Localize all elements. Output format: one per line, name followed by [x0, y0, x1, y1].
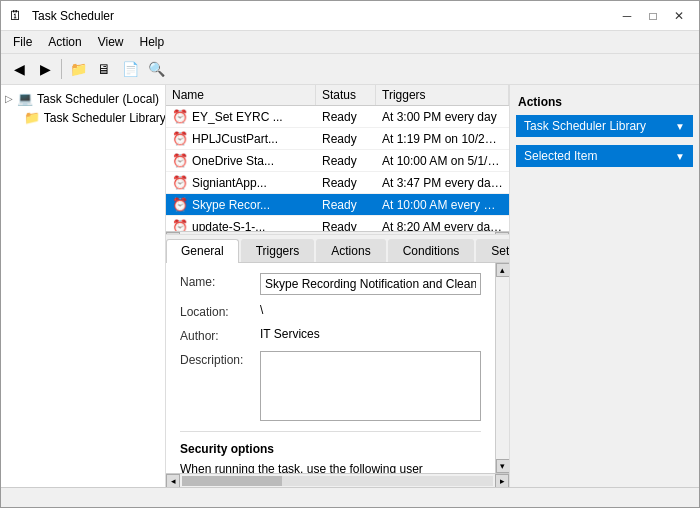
tree-item-local[interactable]: ▷ 💻 Task Scheduler (Local)	[1, 89, 165, 108]
table-row[interactable]: ⏰ HPLJCustPart... Ready At 1:19 PM on 10…	[166, 128, 509, 150]
task-icon-1: ⏰	[172, 109, 188, 124]
location-value: \	[260, 303, 481, 317]
table-row[interactable]: ⏰ OneDrive Sta... Ready At 10:00 AM on 5…	[166, 150, 509, 172]
task-icon-3: ⏰	[172, 153, 188, 168]
detail-vscrollbar[interactable]: ▴ ▾	[495, 263, 509, 473]
detail-name-row: Name:	[180, 273, 481, 295]
toolbar-search-button[interactable]: 🔍	[144, 57, 168, 81]
task-triggers-5: At 10:00 AM every Monday of ever	[376, 197, 509, 213]
selected-item-label: Selected Item	[524, 149, 597, 163]
header-triggers: Triggers	[376, 85, 509, 105]
task-name-3: ⏰ OneDrive Sta...	[166, 152, 316, 169]
task-triggers-4: At 3:47 PM every day - After trigger	[376, 175, 509, 191]
menu-item-file[interactable]: File	[5, 33, 40, 51]
main-window: 🗓 Task Scheduler ─ □ ✕ FileActionViewHel…	[0, 0, 700, 508]
task-status-4: Ready	[316, 175, 376, 191]
menu-item-help[interactable]: Help	[132, 33, 173, 51]
scroll-left-btn[interactable]: ◂	[166, 232, 180, 236]
detail-scroll-thumb	[182, 476, 282, 486]
toolbar: ◀ ▶ 📁 🖥 📄 🔍	[1, 54, 699, 85]
task-status-1: Ready	[316, 109, 376, 125]
tab-general[interactable]: General	[166, 239, 239, 263]
tree-item-library[interactable]: 📁 Task Scheduler Library	[1, 108, 165, 127]
description-textarea[interactable]	[260, 351, 481, 421]
task-name-2: ⏰ HPLJCustPart...	[166, 130, 316, 147]
detail-scroll-left[interactable]: ◂	[166, 474, 180, 488]
tabs-bar: General Triggers Actions Conditions Sett…	[166, 235, 509, 263]
task-status-6: Ready	[316, 219, 376, 232]
description-label: Description:	[180, 351, 260, 367]
title-bar: 🗓 Task Scheduler ─ □ ✕	[1, 1, 699, 31]
left-panel: ▷ 💻 Task Scheduler (Local) 📁 Task Schedu…	[1, 85, 166, 487]
maximize-button[interactable]: □	[641, 6, 665, 26]
security-text: When running the task, use the following…	[180, 462, 467, 473]
table-row[interactable]: ⏰ update-S-1-... Ready At 8:20 AM every …	[166, 216, 509, 231]
detail-scroll-right[interactable]: ▸	[495, 474, 509, 488]
detail-body: Name: Location: \ Author: IT Services	[166, 263, 509, 473]
task-triggers-6: At 8:20 AM every day - After trigge	[376, 219, 509, 232]
task-name-4: ⏰ SigniantApp...	[166, 174, 316, 191]
detail-area: General Triggers Actions Conditions Sett…	[166, 235, 509, 487]
task-name-1: ⏰ EY_Set EYRC ...	[166, 108, 316, 125]
center-panel: Name Status Triggers ⏰ EY_Set EYRC ... R…	[166, 85, 509, 487]
table-row[interactable]: ⏰ SigniantApp... Ready At 3:47 PM every …	[166, 172, 509, 194]
close-button[interactable]: ✕	[667, 6, 691, 26]
detail-scroll-track	[182, 476, 493, 486]
library-dropdown[interactable]: Task Scheduler Library ▼	[516, 115, 693, 137]
task-name-5: ⏰ Skype Recor...	[166, 196, 316, 213]
toolbar-folder-button[interactable]: 📁	[66, 57, 90, 81]
tree-label-library: Task Scheduler Library	[44, 111, 166, 125]
tab-actions[interactable]: Actions	[316, 239, 385, 262]
selected-item-arrow: ▼	[675, 151, 685, 162]
title-bar-buttons: ─ □ ✕	[615, 6, 691, 26]
detail-content: Name: Location: \ Author: IT Services	[166, 263, 495, 473]
task-icon-2: ⏰	[172, 131, 188, 146]
window-title: Task Scheduler	[32, 9, 114, 23]
library-folder-icon: 📁	[24, 110, 40, 125]
toolbar-forward-button[interactable]: ▶	[33, 57, 57, 81]
vscroll-down-btn[interactable]: ▾	[496, 459, 510, 473]
menu-item-action[interactable]: Action	[40, 33, 89, 51]
task-icon-6: ⏰	[172, 219, 188, 231]
security-title: Security options	[180, 442, 481, 456]
tab-conditions[interactable]: Conditions	[388, 239, 475, 262]
status-bar	[1, 487, 699, 507]
task-list-hscrollbar[interactable]: ◂ ▸	[166, 231, 509, 235]
selected-item-dropdown[interactable]: Selected Item ▼	[516, 145, 693, 167]
vscroll-up-btn[interactable]: ▴	[496, 263, 510, 277]
location-label: Location:	[180, 303, 260, 319]
menu-item-view[interactable]: View	[90, 33, 132, 51]
computer-icon: 💻	[17, 91, 33, 106]
table-row[interactable]: ⏰ Skype Recor... Ready At 10:00 AM every…	[166, 194, 509, 216]
detail-hscrollbar[interactable]: ◂ ▸	[166, 473, 509, 487]
minimize-button[interactable]: ─	[615, 6, 639, 26]
security-section: Security options When running the task, …	[180, 431, 481, 473]
toolbar-back-button[interactable]: ◀	[7, 57, 31, 81]
task-icon-4: ⏰	[172, 175, 188, 190]
author-label: Author:	[180, 327, 260, 343]
task-icon-5: ⏰	[172, 197, 188, 212]
title-bar-left: 🗓 Task Scheduler	[9, 8, 114, 23]
scroll-right-btn[interactable]: ▸	[495, 232, 509, 236]
task-status-2: Ready	[316, 131, 376, 147]
task-name-6: ⏰ update-S-1-...	[166, 218, 316, 231]
toolbar-computer-button[interactable]: 🖥	[92, 57, 116, 81]
toolbar-doc-button[interactable]: 📄	[118, 57, 142, 81]
task-list-area: Name Status Triggers ⏰ EY_Set EYRC ... R…	[166, 85, 509, 235]
table-row[interactable]: ⏰ EY_Set EYRC ... Ready At 3:00 PM every…	[166, 106, 509, 128]
main-content: ▷ 💻 Task Scheduler (Local) 📁 Task Schedu…	[1, 85, 699, 487]
scroll-thumb	[182, 234, 262, 236]
actions-title: Actions	[510, 91, 699, 115]
name-label: Name:	[180, 273, 260, 289]
header-name: Name	[166, 85, 316, 105]
tab-settings[interactable]: Settings	[476, 239, 509, 262]
tab-triggers[interactable]: Triggers	[241, 239, 315, 262]
detail-author-row: Author: IT Services	[180, 327, 481, 343]
task-list-header: Name Status Triggers	[166, 85, 509, 106]
name-input[interactable]	[260, 273, 481, 295]
library-dropdown-arrow: ▼	[675, 121, 685, 132]
scroll-track	[182, 234, 493, 236]
toolbar-separator	[61, 59, 62, 79]
security-row: When running the task, use the following…	[180, 462, 481, 473]
task-status-3: Ready	[316, 153, 376, 169]
